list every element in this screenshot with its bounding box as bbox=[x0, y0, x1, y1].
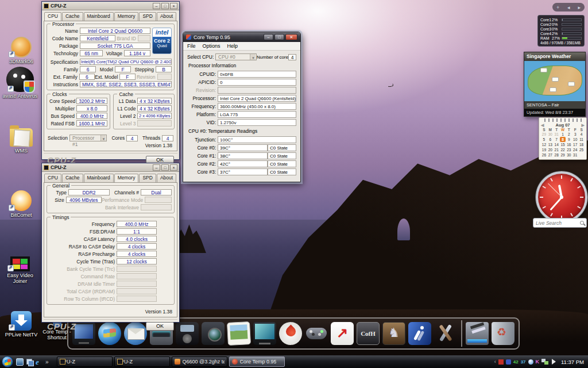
tab-mainboard[interactable]: Mainboard bbox=[84, 174, 114, 182]
tray-collapse-icon[interactable]: ‹ bbox=[494, 359, 496, 365]
select-cpu-dropdown[interactable]: CPU #0▼ bbox=[215, 53, 257, 60]
processor-select-dropdown[interactable]: Processor #1▼ bbox=[69, 135, 107, 141]
tray-icon-red[interactable] bbox=[498, 359, 504, 365]
core2-temp: 42C° bbox=[218, 160, 268, 167]
l1-data-value: 4 x 32 KBytes bbox=[137, 98, 172, 104]
sidebar-controls[interactable]: + ◂ ▸ bbox=[552, 3, 585, 12]
core2-value: 0% bbox=[552, 22, 562, 26]
instructions-label: Instructions bbox=[49, 82, 78, 87]
maximize-button[interactable]: □ bbox=[161, 3, 169, 9]
maximize-button[interactable]: □ bbox=[274, 34, 284, 40]
volume-icon[interactable] bbox=[552, 359, 559, 365]
tab-about[interactable]: About bbox=[157, 174, 176, 182]
calendar-month: Aug 07 bbox=[544, 122, 581, 128]
desktop-icon-3dmark06[interactable]: 3DMark06 bbox=[2, 33, 41, 64]
dock-display-icon[interactable] bbox=[253, 322, 276, 345]
menu-file[interactable]: File bbox=[187, 43, 196, 49]
dram-idle-value bbox=[117, 281, 157, 287]
tab-mainboard[interactable]: Mainboard bbox=[84, 12, 114, 21]
tray-kmplayer-icon[interactable]: K bbox=[536, 359, 540, 365]
desktop-icon-avast[interactable]: avast! Antivirus bbox=[1, 64, 40, 99]
cpuz-titlebar[interactable]: CPU-Z ‒ □ × bbox=[42, 2, 179, 10]
tab-cache[interactable]: Cache bbox=[62, 12, 83, 21]
brand-id-value bbox=[138, 35, 150, 41]
start-button[interactable] bbox=[2, 356, 13, 367]
taskbar-item-q6600-folder[interactable]: Q6600 @3.2ghz tem... bbox=[172, 356, 227, 367]
ok-button[interactable]: OK bbox=[146, 322, 174, 331]
dock-recycle-bin-icon[interactable]: ♻ bbox=[492, 322, 514, 345]
internet-explorer-icon[interactable]: e bbox=[36, 358, 43, 366]
prev-page-icon[interactable]: ◂ bbox=[567, 5, 570, 10]
calendar-next-icon[interactable]: ▶ bbox=[582, 123, 585, 128]
search-icon[interactable] bbox=[580, 221, 584, 225]
next-page-icon[interactable]: ▸ bbox=[578, 5, 581, 10]
cas-latency-value: 4.0 clocks bbox=[117, 236, 157, 242]
dock-game-controller-icon[interactable] bbox=[305, 322, 328, 345]
show-desktop-icon[interactable] bbox=[16, 358, 24, 366]
maximize-button[interactable]: □ bbox=[161, 164, 169, 171]
channels-label: Channels # bbox=[110, 190, 139, 195]
dock-sports-game-icon[interactable] bbox=[408, 322, 431, 345]
close-button[interactable]: × bbox=[170, 3, 177, 9]
tab-cpu[interactable]: CPU bbox=[44, 12, 61, 21]
weather-gadget[interactable]: Singapore Weather SENTOSA – Fair Updated… bbox=[524, 52, 586, 117]
dock-tools-icon[interactable] bbox=[434, 322, 457, 345]
shortcut-arrow-icon bbox=[9, 324, 15, 331]
tray-core-temp-blue[interactable]: 37 bbox=[521, 359, 526, 365]
dock-media-player-icon[interactable] bbox=[176, 322, 199, 345]
cpuz-titlebar[interactable]: CPU-Z ‒ □ × bbox=[42, 163, 179, 172]
core3-label: Core #3: bbox=[187, 169, 216, 175]
dock-company-of-heroes-icon[interactable]: CofH bbox=[357, 322, 380, 345]
close-button[interactable]: × bbox=[170, 164, 177, 171]
dock-photo-viewer-icon[interactable] bbox=[227, 321, 251, 346]
desktop-icon-easy-video-joiner[interactable]: Easy Video Joiner bbox=[1, 247, 40, 284]
tab-spd[interactable]: SPD bbox=[139, 12, 156, 21]
clock-gadget[interactable] bbox=[536, 171, 587, 223]
ext-family-value: 6 bbox=[79, 74, 95, 80]
core3-label: Core3 bbox=[540, 27, 552, 31]
minimize-button[interactable]: ‒ bbox=[153, 3, 160, 9]
taskbar-item-coretemp[interactable]: Core Temp 0.95 bbox=[229, 356, 285, 367]
dock-nero-burning-icon[interactable] bbox=[279, 322, 302, 345]
core0-label: Core #0: bbox=[187, 145, 216, 151]
calendar-gadget[interactable]: ◀ Aug 07 ▶ SMTWTFS 2930311234 567891011 … bbox=[539, 117, 587, 160]
menu-options[interactable]: Options bbox=[203, 43, 220, 49]
type-value: DDR2 bbox=[68, 189, 110, 195]
tab-memory[interactable]: Memory bbox=[114, 12, 139, 21]
tab-memory[interactable]: Memory bbox=[114, 174, 139, 182]
revision-value bbox=[218, 87, 296, 94]
close-button[interactable]: ✕ bbox=[285, 34, 297, 40]
dock-red-arrow-game-icon[interactable]: ↗ bbox=[331, 322, 354, 345]
coretemp-titlebar[interactable]: Core Temp 0.95 ‒ □ ✕ bbox=[183, 32, 300, 42]
weather-map bbox=[524, 61, 585, 101]
live-search-gadget[interactable] bbox=[533, 218, 587, 228]
desktop-icon-bitcomet[interactable]: BitComet bbox=[2, 187, 41, 218]
core4-bar bbox=[562, 32, 582, 35]
tab-spd[interactable]: SPD bbox=[139, 174, 156, 182]
tray-core-temp-green[interactable]: 42 bbox=[513, 359, 519, 365]
dock-toolbox-icon[interactable] bbox=[466, 322, 489, 345]
tab-about[interactable]: About bbox=[157, 12, 176, 21]
minimize-button[interactable]: ‒ bbox=[264, 34, 273, 40]
cpu-meter-gadget[interactable]: Core12% Core20% Core30% Core42% RAM27% 4… bbox=[537, 15, 585, 47]
network-icon[interactable] bbox=[541, 359, 548, 365]
dock-camera-icon[interactable] bbox=[202, 322, 225, 345]
tray-avast-icon[interactable] bbox=[528, 359, 533, 365]
quick-launch-overflow-icon[interactable]: » bbox=[45, 359, 49, 365]
menu-help[interactable]: Help bbox=[227, 43, 238, 49]
tray-icon-blue[interactable] bbox=[506, 359, 511, 365]
fsb-dram-value: 1:1 bbox=[117, 228, 157, 235]
taskbar-item-cpuz-1[interactable]: CPU-Z bbox=[57, 356, 113, 367]
taskbar-clock[interactable]: 11:37 PM bbox=[561, 359, 584, 365]
taskbar-item-cpuz-2[interactable]: CPU-Z bbox=[114, 356, 170, 367]
switch-windows-icon[interactable] bbox=[26, 358, 33, 366]
calendar-week: 12131415161718 bbox=[541, 142, 585, 147]
tab-cache[interactable]: Cache bbox=[62, 174, 83, 182]
search-input[interactable] bbox=[536, 220, 580, 226]
add-gadget-icon[interactable]: + bbox=[556, 5, 559, 10]
tab-cpu[interactable]: CPU bbox=[44, 174, 61, 182]
calendar-day-headers: SMTWTFS bbox=[541, 128, 585, 132]
dock-lion-crest-game-icon[interactable]: ♞ bbox=[382, 322, 405, 345]
desktop-icon-wms[interactable]: WMS bbox=[2, 122, 41, 154]
minimize-button[interactable]: ‒ bbox=[153, 164, 160, 171]
